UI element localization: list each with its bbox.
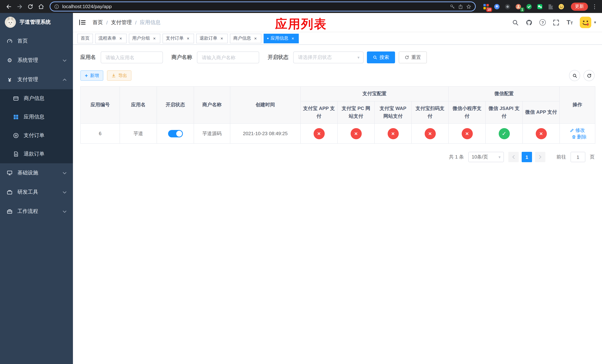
github-icon[interactable] [526,19,533,26]
reload-icon[interactable] [25,1,35,11]
add-button[interactable]: + 新增 [80,70,103,81]
app-name-input[interactable] [101,52,163,63]
menu-label: 应用信息 [24,114,44,120]
tab-close-icon[interactable]: × [253,36,258,41]
user-avatar[interactable] [580,17,591,28]
tab-close-icon[interactable]: × [152,36,157,41]
edit-button[interactable]: 修改 [570,127,585,134]
font-size-icon[interactable]: TT [567,19,573,26]
share-icon[interactable] [458,4,463,9]
prev-page-button[interactable] [508,152,519,162]
extension-face-icon[interactable] [558,3,565,10]
tab-refund-order[interactable]: 退款订单 × [196,33,228,43]
extension-badge: 10 [486,7,492,12]
search-button[interactable]: 搜索 [367,52,395,63]
chevron-down-icon [63,210,67,213]
plus-icon: + [85,73,88,78]
url-text[interactable]: localhost:1024/pay/app [62,4,112,9]
sidebar-item-pay-order[interactable]: 支付订单 [0,126,73,145]
status-toggle[interactable] [168,130,183,137]
merchant-name-input[interactable] [197,52,259,63]
logo-image [5,17,16,28]
app-logo[interactable]: 芋道管理系统 [0,13,73,32]
menu-label: 首页 [17,38,28,44]
sidebar-item-app-info[interactable]: 应用信息 [0,108,73,126]
col-wechat-jsapi: 微信 JSAPI 支付 [485,101,523,124]
status-select[interactable]: 请选择开启状态 ▾ [293,52,364,63]
sidebar-item-workflow[interactable]: 工作流程 [0,202,73,221]
download-icon [111,73,116,78]
tab-pay-order[interactable]: 支付订单 × [162,33,194,43]
address-bar[interactable]: localhost:1024/pay/app [50,1,476,11]
col-app-name: 应用名 [120,86,157,124]
help-icon[interactable]: ? [540,19,546,26]
avatar-caret-icon[interactable]: ▾ [594,20,596,25]
tab-close-icon[interactable]: × [290,36,295,41]
col-alipay-pc: 支付宝 PC 网站支付 [337,101,375,124]
tab-label: 应用信息 [271,35,288,42]
extension-dark-icon[interactable] [504,3,511,10]
home-icon[interactable] [36,1,46,11]
wechat-app-disabled-icon: × [536,128,547,139]
delete-button[interactable]: 删除 [571,134,587,140]
site-info-icon[interactable] [54,4,59,9]
sidebar-item-refund-order[interactable]: 退款订单 [0,145,73,163]
goto-page-input[interactable] [570,152,585,162]
col-group-wechat: 微信配置 [449,86,559,101]
forward-icon[interactable] [14,1,24,11]
tab-user-group[interactable]: 用户分组 × [129,33,160,43]
page-size-value: 10条/页 [472,154,488,161]
tags-view: 首页 流程表单 × 用户分组 × 支付订单 × 退款订单 × [73,32,602,45]
page-size-select[interactable]: 10条/页 ▾ [468,152,504,162]
browser-update-button[interactable]: 更新 [571,2,588,11]
tab-app-info[interactable]: ● 应用信息 × [264,33,299,43]
sidebar-toggle-icon[interactable] [79,19,86,26]
extension-grid-icon[interactable]: 10 [483,3,490,10]
breadcrumb-home[interactable]: 首页 [93,19,103,26]
col-merchant: 商户名称 [194,86,230,124]
chevron-down-icon: ▾ [357,55,359,60]
extension-green-square-icon[interactable] [536,3,544,10]
extension-check-icon[interactable] [525,3,533,10]
screen: localhost:1024/pay/app 10 [0,0,602,364]
tab-label: 流程表单 [98,35,116,42]
tab-close-icon[interactable]: × [185,36,191,41]
sidebar-item-dev-tools[interactable]: 研发工具 [0,182,73,202]
extension-puzzle-icon[interactable] [547,3,554,10]
tab-close-icon[interactable]: × [118,36,123,41]
status-label: 开启状态 [268,54,288,61]
sidebar-item-system[interactable]: ⚙ 系统管理 [0,51,73,70]
app-name-label: 应用名 [80,54,96,61]
menu-label: 支付订单 [24,132,44,139]
back-icon[interactable] [4,1,14,11]
tab-process-form[interactable]: 流程表单 × [95,33,127,43]
tab-close-icon[interactable]: × [219,36,224,41]
chevron-down-icon [63,59,67,62]
fullscreen-icon[interactable] [553,19,559,26]
reset-button[interactable]: 重置 [399,52,427,63]
refresh-table-button[interactable] [583,70,595,81]
bookmark-star-icon[interactable] [466,4,471,9]
sidebar-item-merchant-info[interactable]: 商户信息 [0,89,73,108]
breadcrumb-separator: / [135,20,137,25]
tab-merchant-info[interactable]: 商户信息 × [230,33,261,43]
extension-drop-icon[interactable] [493,3,501,10]
breadcrumb-section[interactable]: 支付管理 [111,19,132,26]
next-page-button[interactable] [535,152,545,162]
toggle-search-button[interactable] [569,70,580,81]
search-icon[interactable] [512,19,519,26]
sidebar-item-home[interactable]: 首页 [0,32,73,51]
sidebar-item-payment[interactable]: ¥ 支付管理 [0,70,73,89]
export-button[interactable]: 导出 [107,70,131,81]
password-key-icon[interactable] [450,4,455,9]
browser-menu-icon[interactable]: ⋮ [591,3,598,10]
col-alipay-app: 支付宝 APP 支付 [301,101,337,124]
extension-avatar-icon[interactable]: 1 [515,3,522,10]
table-toolbar: + 新增 导出 [80,70,595,81]
sidebar-item-infrastructure[interactable]: 基础设施 [0,163,73,182]
menu-label: 系统管理 [17,57,38,64]
tab-home[interactable]: 首页 [77,33,93,43]
cell-merchant: 芋道源码 [194,124,230,144]
page-button-1[interactable]: 1 [522,152,532,162]
refresh-icon [587,73,591,78]
